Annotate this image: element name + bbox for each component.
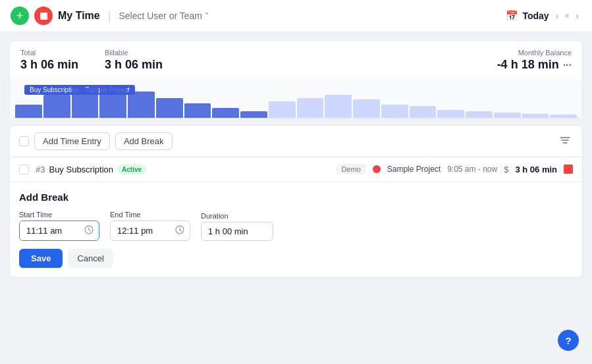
billable-label: Billable	[105, 49, 163, 57]
stop-circle-button[interactable]	[34, 7, 53, 25]
entry-duration: 3 h 06 min	[515, 165, 557, 174]
header-right: 📅 Today ‹ ›	[506, 9, 581, 22]
chart-bar	[353, 99, 380, 118]
add-break-button[interactable]: Add Break	[115, 132, 173, 150]
dot-indicator[interactable]	[565, 14, 569, 18]
calendar-icon: 📅	[506, 10, 518, 22]
chart-bar	[550, 115, 577, 118]
chart-bar	[240, 111, 267, 118]
project-color-dot	[373, 165, 381, 173]
total-value: 3 h 06 min	[20, 58, 78, 72]
end-time-clock-icon[interactable]	[170, 221, 190, 240]
add-break-title: Add Break	[19, 192, 573, 203]
stop-square-icon	[40, 13, 47, 20]
chart-bar	[212, 108, 239, 118]
svg-line-5	[89, 230, 91, 232]
time-range: 9:05 am - now	[447, 165, 497, 174]
filter-icon	[560, 136, 570, 145]
header-left: + My Time | Select User or Team ˅	[11, 7, 499, 25]
end-time-field: End Time	[110, 211, 190, 241]
prev-button[interactable]: ‹	[553, 9, 562, 22]
entry-right: Demo Sample Project 9:05 am - now $ 3 h …	[336, 164, 573, 174]
duration-field: Duration	[201, 212, 273, 241]
add-break-section: Add Break Start Time	[10, 182, 582, 277]
more-options-icon[interactable]: ···	[563, 59, 572, 71]
next-button[interactable]: ›	[573, 9, 581, 22]
add-circle-button[interactable]: +	[11, 7, 29, 25]
today-button[interactable]: 📅 Today	[506, 10, 549, 22]
start-time-clock-icon[interactable]	[79, 221, 99, 240]
end-time-label: End Time	[110, 211, 190, 219]
entry-checkbox[interactable]	[19, 165, 29, 174]
table-row: #3 Buy Subscription Active Demo Sample P…	[10, 157, 582, 182]
chart-bar	[381, 105, 408, 118]
help-button[interactable]: ?	[558, 330, 579, 351]
entry-name: #3 Buy Subscription Active	[36, 165, 146, 174]
start-time-input[interactable]	[20, 222, 79, 240]
monthly-balance: Monthly Balance -4 h 18 min ···	[497, 49, 572, 72]
stats-row: Total 3 h 06 min Billable 3 h 06 min	[20, 49, 497, 72]
chart-bar	[466, 111, 493, 118]
chart-bar	[43, 95, 70, 118]
select-team-label: Select User or Team	[119, 11, 202, 21]
end-time-input-wrap	[110, 221, 190, 241]
monthly-label: Monthly Balance	[497, 49, 572, 57]
stop-entry-button[interactable]	[564, 165, 573, 174]
select-team-button[interactable]: Select User or Team ˅	[119, 11, 209, 21]
chart-bar	[184, 103, 211, 118]
billable-stat: Billable 3 h 06 min	[105, 49, 163, 72]
start-time-label: Start Time	[19, 211, 99, 219]
duration-input[interactable]	[201, 222, 273, 241]
save-button[interactable]: Save	[19, 249, 63, 268]
chart-bar	[437, 110, 464, 118]
chart-bar	[494, 113, 521, 118]
chart-bar	[522, 114, 549, 118]
header-divider: |	[108, 9, 111, 23]
main-content: Total 3 h 06 min Billable 3 h 06 min Mon…	[0, 32, 592, 286]
chart-bar	[325, 95, 352, 118]
cancel-button[interactable]: Cancel	[68, 249, 113, 268]
total-label: Total	[20, 49, 78, 57]
entries-toolbar: Add Time Entry Add Break	[10, 126, 582, 157]
filter-icon-button[interactable]	[557, 133, 573, 150]
chart-bars	[10, 78, 582, 118]
chart-bar	[297, 98, 324, 118]
svg-line-8	[180, 230, 182, 232]
entries-card: Add Time Entry Add Break #3 Buy Subscrip…	[9, 125, 583, 278]
chart-bar	[410, 106, 437, 118]
chart-bar	[15, 105, 42, 118]
start-time-input-wrap	[19, 221, 99, 241]
add-time-entry-button[interactable]: Add Time Entry	[34, 132, 110, 150]
entry-title: Buy Subscription	[49, 165, 113, 174]
form-actions: Save Cancel	[19, 249, 573, 268]
duration-label: Duration	[201, 212, 273, 220]
billable-icon: $	[504, 165, 508, 174]
select-all-checkbox[interactable]	[19, 136, 29, 146]
project-name: Sample Project	[387, 165, 441, 174]
today-label: Today	[522, 11, 549, 21]
monthly-value: -4 h 18 min ···	[497, 58, 572, 72]
status-badge: Active	[117, 165, 146, 174]
chart-bar	[72, 88, 99, 118]
entry-id: #3	[36, 165, 45, 174]
total-stat: Total 3 h 06 min	[20, 49, 78, 72]
chart-bar	[99, 85, 126, 118]
start-time-field: Start Time	[19, 211, 99, 241]
chevron-down-icon: ˅	[205, 12, 209, 20]
end-time-input[interactable]	[111, 222, 170, 240]
entry-tag: Demo	[336, 164, 365, 174]
billable-value: 3 h 06 min	[105, 58, 163, 72]
chart-bar	[156, 98, 183, 118]
header-bar: + My Time | Select User or Team ˅ 📅 Toda…	[0, 0, 592, 32]
time-chart: Buy Subscription - Sample Project 9:05 a…	[10, 78, 582, 118]
page-title: My Time	[58, 10, 100, 22]
break-form-row: Start Time End Time	[19, 211, 573, 241]
chart-bar	[269, 101, 296, 118]
stats-card: Total 3 h 06 min Billable 3 h 06 min Mon…	[9, 40, 583, 118]
chart-bar	[128, 91, 155, 118]
